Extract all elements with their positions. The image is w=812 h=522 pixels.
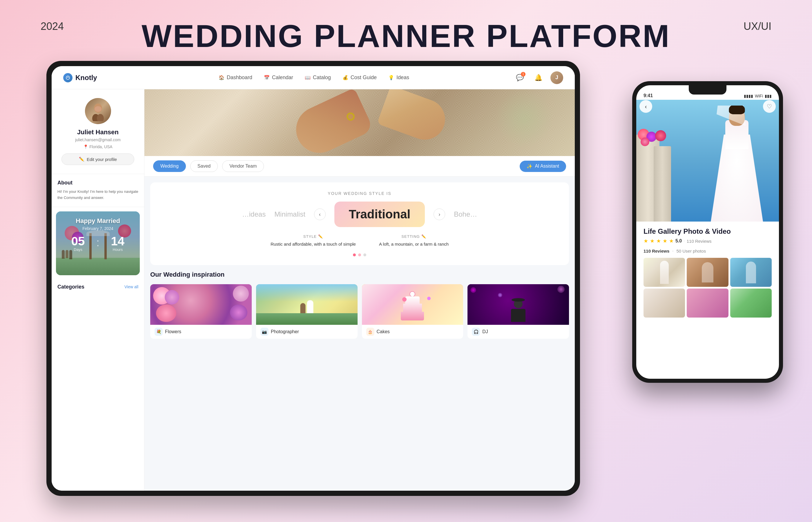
carousel-next[interactable]: › [433, 208, 445, 220]
camera-icon: 📷 [260, 328, 268, 336]
chat-button[interactable]: 💬 [513, 71, 526, 84]
ai-assistant-button[interactable]: ✨ AI Assistant [520, 161, 566, 172]
ai-icon: ✨ [527, 164, 532, 169]
edit-icon: ✏️ [79, 157, 84, 162]
count-separator: · [672, 248, 673, 254]
inspiration-card-flowers[interactable]: 💐 Flowers [150, 284, 252, 339]
profile-avatar [85, 98, 111, 124]
reviews-summary: 110 Reviews · 50 User photos [644, 248, 772, 254]
hero-banner [144, 89, 575, 156]
nav-item-cost-guide[interactable]: 💰 Cost Guide [343, 75, 377, 81]
photo-thumb-1[interactable] [644, 258, 685, 287]
star-2: ★ [650, 238, 654, 244]
inspiration-card-dj[interactable]: 🎧 DJ [467, 284, 569, 339]
tab-wedding[interactable]: Wedding [153, 160, 186, 172]
notification-button[interactable]: 🔔 [532, 71, 545, 84]
wedding-countdown-card: Happy Married February 7, 2024 05 Days :… [56, 212, 140, 275]
style-subtitle: YOUR WEDDING STYLE IS [159, 191, 560, 196]
phone-back-button[interactable]: ‹ [640, 100, 652, 113]
calendar-icon: 📅 [264, 75, 270, 80]
photo-thumb-6[interactable] [730, 288, 772, 318]
photographer-label: 📷 Photographer [256, 325, 358, 339]
nav-item-ideas[interactable]: 💡 Ideas [388, 75, 409, 81]
view-all-link[interactable]: View all [124, 284, 138, 289]
wedding-card-date: February 7, 2024 [62, 226, 134, 231]
star-5: ★ [669, 238, 674, 244]
tablet-device: Knotly 🏠 Dashboard 📅 Calendar 📖 Catalog … [46, 61, 580, 496]
location-icon: 📍 [83, 144, 88, 149]
ideas-icon: 💡 [388, 75, 394, 80]
nav-item-calendar[interactable]: 📅 Calendar [264, 75, 293, 81]
reviews-count-text: 110 Reviews [644, 248, 669, 254]
categories-header: Categories View all [57, 284, 138, 290]
inspiration-grid: 💐 Flowers [150, 284, 569, 339]
wedding-card-content: Happy Married February 7, 2024 05 Days :… [56, 212, 140, 258]
style-bohe[interactable]: Bohe… [454, 210, 477, 218]
user-avatar[interactable]: J [550, 71, 563, 84]
vendor-rating: 5.0 [675, 238, 682, 244]
style-ideas[interactable]: …ideas [242, 210, 266, 218]
nav-logo-icon [63, 73, 73, 82]
profile-email: juliet.hansen@gmail.com [57, 138, 138, 142]
flowers-icon: 💐 [155, 328, 163, 336]
photo-thumb-4[interactable] [644, 288, 685, 318]
dj-icon: 🎧 [472, 328, 480, 336]
phone-screen: 9:41 ▮▮▮▮ WiFi ▮▮▮ ‹ ♡ [636, 85, 779, 379]
about-title: About [57, 180, 138, 186]
style-dot-1[interactable] [353, 254, 356, 256]
profile-section: Juliet Hansen juliet.hansen@gmail.com 📍 … [52, 89, 144, 174]
categories-section: Categories View all [52, 280, 144, 297]
photo-thumb-3[interactable] [730, 258, 772, 287]
profile-name: Juliet Hansen [57, 128, 138, 136]
phone-time: 9:41 [644, 93, 653, 98]
countdown-separator: : [96, 235, 99, 249]
tab-saved[interactable]: Saved [190, 160, 218, 172]
photo-thumb-2[interactable] [687, 258, 728, 287]
nav-item-cost-label: Cost Guide [351, 75, 377, 81]
dj-label: 🎧 DJ [467, 325, 569, 339]
inspiration-section: Our Wedding inspiration [144, 271, 575, 344]
nav-logo-text: Knotly [75, 74, 97, 82]
countdown-days-num: 05 [72, 235, 85, 247]
tab-vendor-team[interactable]: Vendor Team [222, 160, 264, 172]
nav-item-calendar-label: Calendar [272, 75, 293, 81]
style-minimalist[interactable]: Minimalist [275, 210, 305, 218]
right-content: Wedding Saved Vendor Team ✨ AI Assistant… [144, 89, 575, 491]
style-dot-3[interactable] [363, 254, 366, 256]
inspiration-card-cakes[interactable]: 🎂 Cakes [362, 284, 463, 339]
flowers-label: 💐 Flowers [150, 325, 252, 339]
style-details: STYLE ✏️ Rustic and affordable, with a t… [159, 234, 560, 248]
nav-items: 🏠 Dashboard 📅 Calendar 📖 Catalog 💰 Cost … [115, 75, 513, 81]
tablet-screen: Knotly 🏠 Dashboard 📅 Calendar 📖 Catalog … [52, 66, 575, 491]
style-label: STYLE ✏️ [270, 234, 356, 239]
nav-item-catalog[interactable]: 📖 Catalog [305, 75, 331, 81]
svg-point-4 [95, 106, 102, 112]
wedding-card-title: Happy Married [62, 217, 134, 225]
main-content: Juliet Hansen juliet.hansen@gmail.com 📍 … [52, 89, 575, 491]
style-section: YOUR WEDDING STYLE IS …ideas Minimalist … [150, 182, 569, 265]
catalog-icon: 📖 [305, 75, 310, 80]
nav-item-catalog-label: Catalog [313, 75, 331, 81]
phone-signals: ▮▮▮▮ WiFi ▮▮▮ [744, 94, 772, 98]
phone-notch [689, 85, 727, 95]
style-traditional[interactable]: Traditional [334, 202, 425, 227]
nav-item-dashboard[interactable]: 🏠 Dashboard [219, 75, 252, 81]
flowers-image [150, 284, 252, 325]
countdown-days: 05 Days [72, 235, 85, 252]
phone-favorite-button[interactable]: ♡ [763, 100, 776, 113]
inspiration-card-photographer[interactable]: 📷 Photographer [256, 284, 358, 339]
cakes-image [362, 284, 463, 325]
star-1: ★ [644, 238, 648, 244]
style-carousel: …ideas Minimalist ‹ Traditional › Bohe… [159, 202, 560, 227]
style-dot-2[interactable] [358, 254, 361, 256]
battery-icon: ▮▮▮ [765, 94, 772, 98]
countdown-hours: 14 Hours [111, 235, 125, 252]
style-text: Rustic and affordable, with a touch of s… [270, 241, 356, 248]
nav-logo[interactable]: Knotly [63, 73, 97, 82]
home-icon: 🏠 [219, 75, 224, 80]
edit-profile-button[interactable]: ✏️ Edit your profile [61, 154, 134, 165]
photo-thumb-5[interactable] [687, 288, 728, 318]
carousel-prev[interactable]: ‹ [314, 208, 326, 220]
countdown-hours-num: 14 [111, 235, 125, 247]
inspiration-title: Our Wedding inspiration [150, 271, 569, 278]
